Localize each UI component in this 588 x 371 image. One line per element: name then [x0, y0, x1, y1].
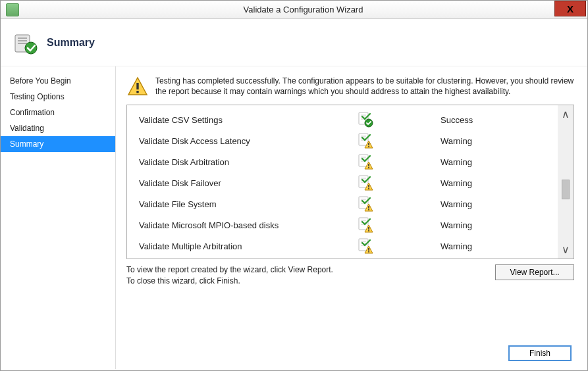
svg-rect-16 — [368, 164, 369, 166]
window-title: Validate a Configuration Wizard — [19, 5, 587, 14]
result-status: Warning — [441, 220, 472, 230]
svg-rect-6 — [136, 83, 138, 89]
close-button[interactable]: X — [554, 1, 586, 16]
warning-shield-icon — [126, 76, 149, 98]
warning-icon — [356, 195, 375, 213]
completion-message: Testing has completed successfully. The … — [155, 76, 574, 97]
scroll-up-icon[interactable]: ∧ — [558, 108, 574, 120]
warning-icon — [356, 132, 375, 150]
scrollbar[interactable]: ∧ ∨ — [558, 105, 574, 259]
result-row: Validate Disk ArbitrationWarning — [127, 151, 558, 172]
finish-button[interactable]: Finish — [508, 345, 572, 361]
results-list-box: Validate CSV SettingsSuccessValidate Dis… — [126, 105, 574, 259]
success-icon — [356, 111, 375, 129]
scroll-thumb[interactable] — [562, 180, 570, 199]
result-name: Validate Multiple Arbitration — [139, 241, 356, 251]
warning-icon — [356, 216, 375, 234]
svg-rect-21 — [368, 188, 369, 189]
result-status: Warning — [441, 157, 472, 167]
svg-rect-17 — [368, 167, 369, 168]
sidebar-item-before-you-begin[interactable]: Before You Begin — [1, 73, 115, 89]
summary-icon — [14, 31, 38, 55]
sidebar-item-validating[interactable]: Validating — [1, 120, 115, 136]
result-status: Warning — [441, 136, 472, 146]
footer-row: To view the report created by the wizard… — [126, 264, 574, 287]
titlebar: Validate a Configuration Wizard X — [1, 1, 587, 19]
page-title: Summary — [47, 37, 95, 49]
result-status: Warning — [441, 199, 472, 209]
result-row: Validate File SystemWarning — [127, 193, 558, 214]
result-name: Validate Disk Failover — [139, 178, 356, 188]
results-list: Validate CSV SettingsSuccessValidate Dis… — [127, 105, 558, 259]
main-panel: Testing has completed successfully. The … — [116, 66, 587, 369]
svg-rect-2 — [18, 40, 27, 41]
result-row: Validate CSV SettingsSuccess — [127, 109, 558, 130]
result-row: Validate Microsoft MPIO-based disksWarni… — [127, 214, 558, 235]
result-status: Success — [441, 115, 473, 125]
scroll-down-icon[interactable]: ∨ — [558, 243, 574, 256]
svg-rect-28 — [368, 227, 369, 230]
svg-rect-29 — [368, 230, 369, 232]
svg-rect-24 — [368, 206, 369, 209]
result-name: Validate Microsoft MPIO-based disks — [139, 220, 356, 230]
footer-instructions: To view the report created by the wizard… — [126, 264, 333, 287]
svg-point-4 — [25, 42, 37, 54]
result-name: Validate Disk Access Latency — [139, 136, 356, 146]
content-area: Before You Begin Testing Options Confirm… — [1, 66, 587, 369]
result-name: Validate CSV Settings — [139, 115, 356, 125]
sidebar-item-confirmation[interactable]: Confirmation — [1, 105, 115, 120]
svg-rect-20 — [368, 185, 369, 187]
svg-rect-32 — [368, 248, 369, 251]
result-row: Validate Disk FailoverWarning — [127, 172, 558, 193]
warning-icon — [356, 153, 375, 171]
result-row: Validate Multiple ArbitrationWarning — [127, 235, 558, 257]
svg-rect-3 — [18, 43, 27, 44]
svg-rect-25 — [368, 209, 369, 210]
wizard-steps-sidebar: Before You Begin Testing Options Confirm… — [1, 66, 116, 369]
svg-rect-1 — [18, 37, 27, 39]
footer-line1: To view the report created by the wizard… — [126, 264, 333, 276]
svg-rect-7 — [136, 91, 138, 93]
svg-rect-12 — [368, 143, 369, 145]
svg-rect-33 — [368, 251, 369, 253]
completion-message-row: Testing has completed successfully. The … — [126, 76, 574, 98]
result-status: Warning — [441, 178, 472, 188]
result-row: Validate Disk Access LatencyWarning — [127, 130, 558, 151]
sidebar-item-testing-options[interactable]: Testing Options — [1, 89, 115, 105]
result-name: Validate Disk Arbitration — [139, 157, 356, 167]
view-report-button[interactable]: View Report... — [495, 264, 574, 280]
footer-line2: To close this wizard, click Finish. — [126, 276, 333, 287]
svg-rect-13 — [368, 146, 369, 147]
scroll-track[interactable] — [562, 120, 570, 243]
wizard-header: Summary — [1, 19, 587, 66]
result-name: Validate File System — [139, 199, 356, 209]
bottom-button-bar: Finish — [508, 345, 572, 361]
warning-icon — [356, 174, 375, 192]
warning-icon — [356, 237, 375, 255]
result-status: Warning — [441, 241, 472, 251]
sidebar-item-summary[interactable]: Summary — [1, 136, 115, 152]
app-icon — [6, 3, 19, 16]
